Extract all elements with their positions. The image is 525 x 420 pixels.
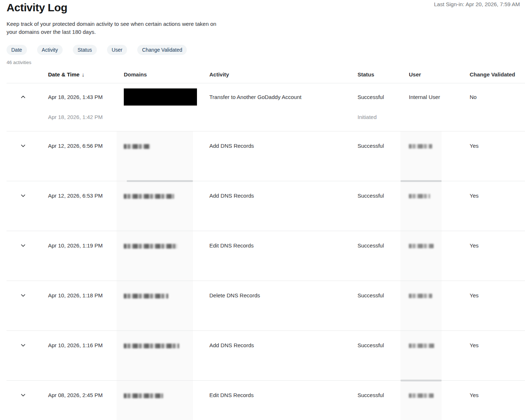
table-row: Apr 10, 2026, 1:19 PM Edit DNS Records S… bbox=[7, 231, 525, 281]
filter-chip-status[interactable]: Status bbox=[73, 45, 97, 55]
redacted-user-blur bbox=[409, 144, 432, 148]
row-datetime-secondary: Apr 18, 2026, 1:42 PM bbox=[48, 114, 124, 120]
row-status: Successful bbox=[358, 242, 409, 249]
sort-descending-icon: ↓ bbox=[82, 71, 84, 78]
redacted-domain-blur bbox=[124, 344, 179, 348]
filter-chips: Date Activity Status User Change Validat… bbox=[7, 45, 525, 55]
row-user: Internal User bbox=[409, 94, 470, 100]
activity-table: Date & Time↓ Domains Activity Status Use… bbox=[7, 66, 525, 420]
row-datetime: Apr 12, 2026, 6:56 PM bbox=[48, 143, 124, 149]
table-row: Apr 10, 2026, 1:16 PM Add DNS Records Su… bbox=[7, 331, 525, 381]
row-status-secondary: Initiated bbox=[358, 114, 409, 120]
row-change-validated: Yes bbox=[470, 342, 525, 348]
row-datetime: Apr 18, 2026, 1:43 PM bbox=[48, 94, 124, 100]
row-user bbox=[409, 193, 470, 199]
column-header-activity: Activity bbox=[209, 71, 358, 78]
row-change-validated: Yes bbox=[470, 242, 525, 249]
filter-chip-change-validated[interactable]: Change Validated bbox=[137, 45, 187, 55]
column-header-status: Status bbox=[358, 71, 409, 78]
row-change-validated: No bbox=[470, 94, 525, 100]
filter-chip-activity[interactable]: Activity bbox=[37, 45, 63, 55]
activity-log-page: Last Sign-in: Apr 20, 2026, 7:59 AM Acti… bbox=[0, 0, 525, 420]
chevron-down-icon bbox=[20, 143, 26, 149]
table-row: Apr 12, 2026, 6:53 PM Add DNS Records Su… bbox=[7, 181, 525, 231]
redacted-user-blur bbox=[409, 244, 434, 248]
redacted-domain-blur bbox=[124, 294, 168, 298]
row-datetime: Apr 10, 2026, 1:19 PM bbox=[48, 242, 124, 249]
redacted-user-blur bbox=[409, 194, 430, 198]
chevron-down-icon bbox=[20, 292, 26, 298]
column-header-user: User bbox=[409, 71, 470, 78]
chevron-down-icon bbox=[20, 193, 26, 199]
row-activity: Edit DNS Records bbox=[209, 392, 358, 398]
row-user bbox=[409, 392, 470, 398]
expand-row-button[interactable] bbox=[19, 141, 28, 150]
filter-chip-user[interactable]: User bbox=[107, 45, 127, 55]
expand-row-button[interactable] bbox=[19, 191, 28, 200]
row-status: Successful bbox=[358, 193, 409, 199]
redacted-domain-blur bbox=[124, 194, 174, 199]
redacted-user-blur bbox=[409, 344, 434, 348]
column-header-domains: Domains bbox=[124, 71, 209, 78]
column-header-label: Date & Time bbox=[48, 71, 79, 78]
table-row: Apr 12, 2026, 6:56 PM Add DNS Records Su… bbox=[7, 131, 525, 181]
row-status: Successful bbox=[358, 94, 409, 100]
row-domain bbox=[124, 88, 209, 106]
redacted-user-blur bbox=[409, 294, 432, 298]
redacted-domain-black-box bbox=[124, 88, 197, 106]
activities-count: 46 activities bbox=[7, 60, 525, 65]
row-domain bbox=[124, 242, 209, 249]
column-header-date-time[interactable]: Date & Time↓ bbox=[48, 71, 124, 78]
table-row: Apr 18, 2026, 1:43 PM Transfer to Anothe… bbox=[7, 83, 525, 131]
filter-chip-date[interactable]: Date bbox=[7, 45, 27, 55]
redacted-user-blur bbox=[409, 393, 434, 398]
row-domain bbox=[124, 143, 209, 149]
expand-row-button[interactable] bbox=[19, 241, 28, 250]
row-datetime: Apr 10, 2026, 1:16 PM bbox=[48, 342, 124, 348]
expand-row-button[interactable] bbox=[19, 92, 28, 102]
chevron-down-icon bbox=[20, 392, 26, 398]
table-header: Date & Time↓ Domains Activity Status Use… bbox=[7, 66, 525, 83]
row-user bbox=[409, 342, 470, 348]
page-description: Keep track of your protected domain acti… bbox=[7, 20, 227, 36]
row-status: Successful bbox=[358, 342, 409, 348]
table-body: Apr 18, 2026, 1:43 PM Transfer to Anothe… bbox=[7, 83, 525, 420]
row-change-validated: Yes bbox=[470, 193, 525, 199]
row-user bbox=[409, 292, 470, 298]
row-activity: Edit DNS Records bbox=[209, 242, 358, 249]
row-change-validated: Yes bbox=[470, 392, 525, 398]
expand-row-button[interactable] bbox=[19, 391, 28, 400]
column-header-change-validated: Change Validated bbox=[470, 71, 525, 78]
row-datetime: Apr 10, 2026, 1:18 PM bbox=[48, 292, 124, 298]
table-row: Apr 10, 2026, 1:18 PM Delete DNS Records… bbox=[7, 281, 525, 331]
row-domain bbox=[124, 292, 209, 298]
chevron-up-icon bbox=[20, 94, 26, 100]
redacted-domain-blur bbox=[124, 244, 178, 249]
row-datetime: Apr 08, 2026, 2:45 PM bbox=[48, 392, 124, 398]
table-row: Apr 08, 2026, 2:45 PM Edit DNS Records S… bbox=[7, 381, 525, 420]
chevron-down-icon bbox=[20, 242, 26, 249]
redacted-domain-blur bbox=[124, 144, 150, 149]
row-activity: Delete DNS Records bbox=[209, 292, 358, 298]
row-domain bbox=[124, 342, 209, 348]
row-user bbox=[409, 242, 470, 249]
row-change-validated: Yes bbox=[470, 292, 525, 298]
row-domain bbox=[124, 193, 209, 199]
row-status: Successful bbox=[358, 292, 409, 298]
expand-row-button[interactable] bbox=[19, 341, 28, 350]
expand-row-button[interactable] bbox=[19, 291, 28, 300]
row-activity: Add DNS Records bbox=[209, 143, 358, 149]
row-user bbox=[409, 143, 470, 149]
last-signin-text: Last Sign-in: Apr 20, 2026, 7:59 AM bbox=[434, 1, 520, 7]
row-datetime: Apr 12, 2026, 6:53 PM bbox=[48, 193, 124, 199]
row-activity: Transfer to Another GoDaddy Account bbox=[209, 94, 358, 100]
row-domain bbox=[124, 392, 209, 398]
row-status: Successful bbox=[358, 392, 409, 398]
row-change-validated: Yes bbox=[470, 143, 525, 149]
chevron-down-icon bbox=[20, 342, 26, 348]
row-activity: Add DNS Records bbox=[209, 342, 358, 348]
redacted-domain-blur bbox=[124, 393, 163, 398]
row-status: Successful bbox=[358, 143, 409, 149]
row-activity: Add DNS Records bbox=[209, 193, 358, 199]
